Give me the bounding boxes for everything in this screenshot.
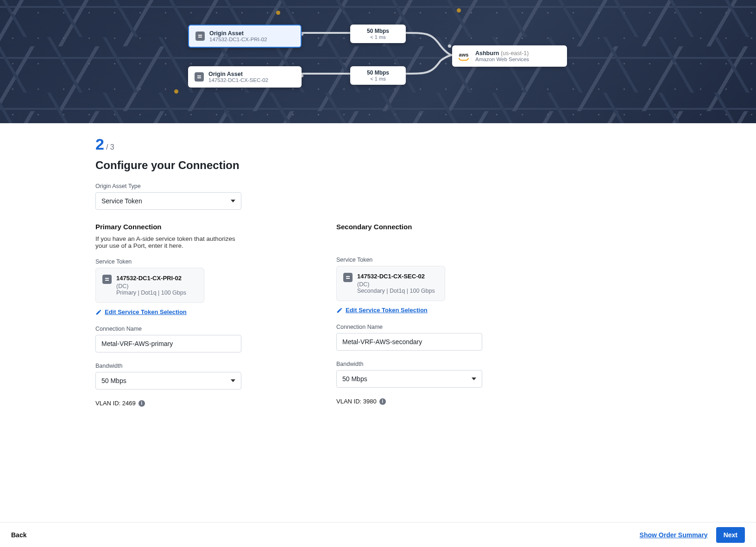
origin-title: Origin Asset (208, 71, 268, 77)
destination-card: aws Ashburn (us-east-1) Amazon Web Servi… (452, 45, 567, 67)
chevron-down-icon (231, 200, 235, 202)
edit-token-primary[interactable]: Edit Service Token Selection (95, 308, 244, 315)
page-title: Configure your Connection (95, 159, 661, 172)
secondary-bandwidth-select[interactable]: 50 Mbps (336, 370, 482, 388)
origin-type-value: Service Token (101, 197, 142, 205)
origin-card-secondary: Origin Asset 147532-DC1-CX-SEC-02 (188, 66, 302, 88)
secondary-column: Secondary Connection Service Token 14753… (336, 223, 485, 407)
primary-bandwidth-select[interactable]: 50 Mbps (95, 372, 241, 390)
asset-icon (195, 31, 205, 41)
origin-title: Origin Asset (209, 30, 267, 37)
origin-id: 147532-DC1-CX-SEC-02 (208, 77, 268, 83)
aws-icon: aws (459, 52, 469, 61)
pencil-icon (95, 309, 102, 315)
info-icon[interactable]: i (379, 398, 386, 405)
dest-name: Ashburn (us-east-1) (475, 50, 529, 57)
edit-token-secondary[interactable]: Edit Service Token Selection (336, 307, 485, 314)
asset-icon (102, 275, 112, 284)
secondary-conn-name-label: Connection Name (336, 324, 485, 330)
primary-conn-name-input[interactable]: Metal-VRF-AWS-primary (95, 335, 241, 352)
primary-column: Primary Connection If you have an A-side… (95, 223, 244, 407)
token-name: 147532-DC1-CX-SEC-02 (357, 273, 435, 280)
dest-provider: Amazon Web Services (475, 57, 529, 62)
latency-value: < 1 ms (370, 76, 385, 82)
decor-dot (174, 89, 178, 94)
latency-value: < 1 ms (370, 34, 385, 40)
token-loc: (DC) (357, 281, 435, 288)
secondary-token-label: Service Token (336, 257, 485, 263)
asset-icon (195, 72, 204, 82)
origin-id: 147532-DC1-CX-PRI-02 (209, 37, 267, 42)
primary-token-card: 147532-DC1-CX-PRI-02 (DC) Primary | Dot1… (95, 268, 204, 303)
primary-vlan: VLAN ID: 2469 i (95, 400, 244, 407)
token-name: 147532-DC1-CX-PRI-02 (116, 275, 186, 282)
step-current: 2 (95, 135, 104, 153)
pencil-icon (336, 307, 343, 314)
secondary-heading: Secondary Connection (336, 223, 485, 231)
speed-value: 50 Mbps (367, 69, 389, 76)
decor-dot (276, 11, 280, 15)
token-details: Secondary | Dot1q | 100 Gbps (357, 288, 435, 294)
chevron-down-icon (472, 377, 476, 380)
primary-conn-name-label: Connection Name (95, 326, 244, 332)
speed-value: 50 Mbps (367, 28, 389, 34)
origin-card-primary: Origin Asset 147532-DC1-CX-PRI-02 (188, 25, 302, 48)
secondary-token-card: 147532-DC1-CX-SEC-02 (DC) Secondary | Do… (336, 266, 445, 301)
token-details: Primary | Dot1q | 100 Gbps (116, 289, 186, 296)
speed-card-primary: 50 Mbps < 1 ms (350, 25, 406, 43)
secondary-bandwidth-label: Bandwidth (336, 361, 485, 367)
step-total: / 3 (106, 143, 114, 151)
decor-dot (457, 8, 461, 13)
primary-token-label: Service Token (95, 258, 244, 265)
step-indicator: 2 / 3 (95, 135, 661, 153)
speed-card-secondary: 50 Mbps < 1 ms (350, 66, 406, 85)
secondary-conn-name-input[interactable]: Metal-VRF-AWS-secondary (336, 333, 482, 351)
asset-icon (343, 273, 353, 282)
hero-banner: Origin Asset 147532-DC1-CX-PRI-02 Origin… (0, 0, 756, 123)
token-loc: (DC) (116, 283, 186, 289)
page-content: 2 / 3 Configure your Connection Origin A… (82, 123, 674, 448)
connector-dot (448, 44, 451, 48)
primary-bandwidth-label: Bandwidth (95, 363, 244, 369)
origin-type-select[interactable]: Service Token (95, 192, 241, 210)
info-icon[interactable]: i (139, 400, 145, 407)
primary-hint: If you have an A-side service token that… (95, 235, 244, 249)
chevron-down-icon (231, 379, 235, 382)
primary-heading: Primary Connection (95, 223, 244, 231)
secondary-vlan: VLAN ID: 3980 i (336, 398, 485, 405)
origin-type-label: Origin Asset Type (95, 183, 661, 189)
